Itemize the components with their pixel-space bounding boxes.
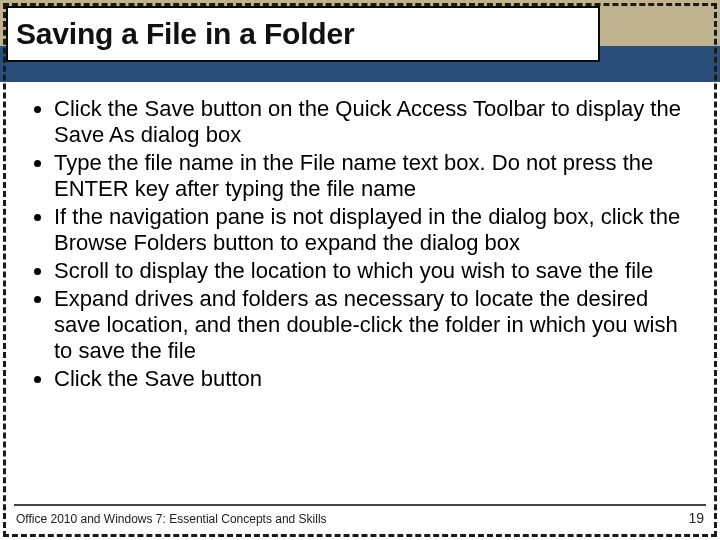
bullet-item: Click the Save button on the Quick Acces… bbox=[54, 96, 698, 148]
bullet-list: Click the Save button on the Quick Acces… bbox=[22, 96, 698, 391]
title-box: Saving a File in a Folder bbox=[6, 6, 600, 62]
slide-title: Saving a File in a Folder bbox=[16, 17, 354, 51]
slide: Saving a File in a Folder Click the Save… bbox=[0, 0, 720, 540]
bullet-item: Type the file name in the File name text… bbox=[54, 150, 698, 202]
footer-text: Office 2010 and Windows 7: Essential Con… bbox=[16, 512, 327, 526]
page-number: 19 bbox=[688, 510, 704, 526]
bullet-item: Expand drives and folders as necessary t… bbox=[54, 286, 698, 364]
bullet-item: If the navigation pane is not displayed … bbox=[54, 204, 698, 256]
content-area: Click the Save button on the Quick Acces… bbox=[22, 96, 698, 484]
bullet-item: Click the Save button bbox=[54, 366, 698, 392]
bullet-item: Scroll to display the location to which … bbox=[54, 258, 698, 284]
footer-divider bbox=[14, 504, 706, 506]
